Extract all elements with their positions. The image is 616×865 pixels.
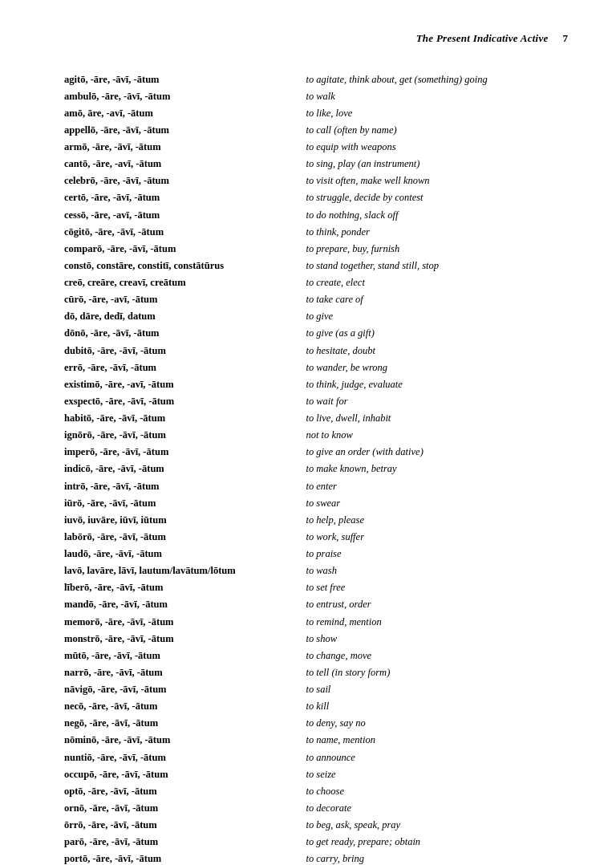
vocab-row: certō, -āre, -āvī, -ātumto struggle, dec… — [64, 189, 568, 206]
latin-entry: creō, creāre, creavī, creātum — [64, 274, 306, 291]
english-definition: to struggle, decide by contest — [306, 189, 568, 206]
english-definition: to carry, bring — [306, 851, 568, 865]
vocab-row: dōnō, -āre, -āvī, -ātumto give (as a gif… — [64, 325, 568, 342]
english-definition: to stand together, stand still, stop — [306, 257, 568, 274]
english-definition: to give an order (with dative) — [306, 444, 568, 461]
latin-entry: habitō, -āre, -āvī, -ātum — [64, 410, 306, 427]
english-definition: to equip with weapons — [306, 139, 568, 156]
english-definition: to change, move — [306, 647, 568, 664]
vocab-row: iūrō, -āre, -āvī, -ātumto swear — [64, 494, 568, 511]
english-definition: to think, ponder — [306, 223, 568, 240]
english-definition: to think, judge, evaluate — [306, 376, 568, 392]
english-definition: to name, mention — [306, 732, 568, 749]
vocab-row: ignōrō, -āre, -āvī, -ātumnot to know — [64, 427, 568, 444]
english-definition: to give (as a gift) — [306, 325, 568, 342]
english-definition: to call (often by name) — [306, 121, 568, 138]
page-number: 7 — [563, 32, 569, 45]
english-definition: to seize — [306, 766, 568, 782]
english-definition: to wash — [306, 562, 568, 579]
latin-entry: optō, -āre, -āvī, -ātum — [64, 782, 306, 799]
latin-entry: imperō, -āre, -āvī, -ātum — [64, 444, 306, 461]
latin-entry: occupō, -āre, -āvī, -ātum — [64, 766, 306, 782]
english-definition: to swear — [306, 494, 568, 511]
english-definition: to visit often, make well known — [306, 173, 568, 189]
vocab-row: portō, -āre, -āvī, -ātumto carry, bring — [64, 851, 568, 865]
latin-entry: lavō, lavāre, lāvī, lautum/lavātum/lōtum — [64, 562, 306, 579]
vocab-row: ambulō, -āre, -āvī, -ātumto walk — [64, 87, 568, 104]
latin-entry: līberō, -āre, -āvī, -ātum — [64, 579, 306, 596]
vocab-row: cessō, -āre, -avī, -ātumto do nothing, s… — [64, 206, 568, 223]
latin-entry: narrō, -āre, -āvī, -ātum — [64, 664, 306, 680]
vocab-table: agitō, -āre, -āvī, -ātumto agitate, thin… — [64, 71, 568, 865]
vocab-row: dubitō, -āre, -āvī, -ātumto hesitate, do… — [64, 342, 568, 359]
vocab-row: agitō, -āre, -āvī, -ātumto agitate, thin… — [64, 71, 568, 87]
vocab-row: amō, āre, -avī, -ātumto like, love — [64, 104, 568, 121]
english-definition: to create, elect — [306, 274, 568, 291]
vocab-row: necō, -āre, -āvī, -ātumto kill — [64, 698, 568, 715]
header-title: The Present Indicative Active — [416, 32, 549, 45]
latin-entry: iuvō, iuvāre, iūvī, iūtum — [64, 511, 306, 528]
latin-entry: nōminō, -āre, -āvī, -ātum — [64, 732, 306, 749]
english-definition: to wait for — [306, 392, 568, 409]
english-definition: to enter — [306, 477, 568, 494]
latin-entry: ōrrō, -āre, -āvī, -ātum — [64, 817, 306, 834]
latin-entry: cōgitō, -āre, -āvī, -ātum — [64, 223, 306, 240]
english-definition: to take care of — [306, 291, 568, 308]
vocab-row: iuvō, iuvāre, iūvī, iūtumto help, please — [64, 511, 568, 528]
vocab-row: labōrō, -āre, -āvī, -ātumto work, suffer — [64, 528, 568, 545]
latin-entry: parō, -āre, -āvī, -ātum — [64, 834, 306, 851]
english-definition: to choose — [306, 782, 568, 799]
vocab-row: occupō, -āre, -āvī, -ātumto seize — [64, 766, 568, 782]
english-definition: to live, dwell, inhabit — [306, 410, 568, 427]
latin-entry: laudō, -āre, -āvī, -ātum — [64, 546, 306, 562]
latin-entry: necō, -āre, -āvī, -ātum — [64, 698, 306, 715]
latin-entry: amō, āre, -avī, -ātum — [64, 104, 306, 121]
latin-entry: memorō, -āre, -āvī, -ātum — [64, 613, 306, 630]
latin-entry: celebrō, -āre, -āvī, -ātum — [64, 173, 306, 189]
vocab-row: ōrrō, -āre, -āvī, -ātumto beg, ask, spea… — [64, 817, 568, 834]
english-definition: to do nothing, slack off — [306, 206, 568, 223]
english-definition: to beg, ask, speak, pray — [306, 817, 568, 834]
latin-entry: iūrō, -āre, -āvī, -ātum — [64, 494, 306, 511]
vocab-row: nāvigō, -āre, -āvī, -ātumto sail — [64, 681, 568, 698]
vocab-row: intrō, -āre, -āvī, -ātumto enter — [64, 477, 568, 494]
english-definition: to walk — [306, 87, 568, 104]
english-definition: to deny, say no — [306, 715, 568, 732]
latin-entry: constō, constāre, constitī, constātūrus — [64, 257, 306, 274]
english-definition: to make known, betray — [306, 461, 568, 477]
vocab-row: līberō, -āre, -āvī, -ātumto set free — [64, 579, 568, 596]
english-definition: to tell (in story form) — [306, 664, 568, 680]
vocab-row: armō, -āre, -āvī, -ātumto equip with wea… — [64, 139, 568, 156]
vocab-row: imperō, -āre, -āvī, -ātumto give an orde… — [64, 444, 568, 461]
page-header: The Present Indicative Active 7 — [64, 32, 568, 48]
english-definition: to set free — [306, 579, 568, 596]
latin-entry: labōrō, -āre, -āvī, -ātum — [64, 528, 306, 545]
english-definition: to show — [306, 630, 568, 647]
latin-entry: ignōrō, -āre, -āvī, -ātum — [64, 427, 306, 444]
latin-entry: dubitō, -āre, -āvī, -ātum — [64, 342, 306, 359]
english-definition: to announce — [306, 749, 568, 766]
english-definition: to wander, be wrong — [306, 359, 568, 376]
latin-entry: mūtō, -āre, -āvī, -ātum — [64, 647, 306, 664]
vocab-row: errō, -āre, -āvī, -ātumto wander, be wro… — [64, 359, 568, 376]
english-definition: to help, please — [306, 511, 568, 528]
english-definition: to work, suffer — [306, 528, 568, 545]
latin-entry: certō, -āre, -āvī, -ātum — [64, 189, 306, 206]
english-definition: to sing, play (an instrument) — [306, 156, 568, 173]
vocab-row: cantō, -āre, -avī, -ātumto sing, play (a… — [64, 156, 568, 173]
english-definition: to get ready, prepare; obtain — [306, 834, 568, 851]
latin-entry: appellō, -āre, -āvī, -ātum — [64, 121, 306, 138]
latin-entry: portō, -āre, -āvī, -ātum — [64, 851, 306, 865]
english-definition: to praise — [306, 546, 568, 562]
latin-entry: mandō, -āre, -āvī, -ātum — [64, 596, 306, 613]
vocab-row: mūtō, -āre, -āvī, -ātumto change, move — [64, 647, 568, 664]
vocab-row: lavō, lavāre, lāvī, lautum/lavātum/lōtum… — [64, 562, 568, 579]
latin-entry: indicō, -āre, -āvī, -ātum — [64, 461, 306, 477]
vocab-row: celebrō, -āre, -āvī, -ātumto visit often… — [64, 173, 568, 189]
vocab-row: appellō, -āre, -āvī, -ātumto call (often… — [64, 121, 568, 138]
vocab-row: narrō, -āre, -āvī, -ātumto tell (in stor… — [64, 664, 568, 680]
vocab-row: existimō, -āre, -avī, -ātumto think, jud… — [64, 376, 568, 392]
latin-entry: monstrō, -āre, -āvī, -ātum — [64, 630, 306, 647]
english-definition: to like, love — [306, 104, 568, 121]
english-definition: to remind, mention — [306, 613, 568, 630]
